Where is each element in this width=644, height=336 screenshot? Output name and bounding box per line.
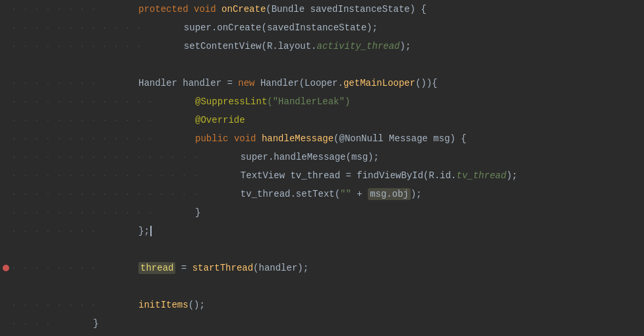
dots-3: · · · · · · · · · · · · <box>12 42 150 50</box>
dots-5: · · · · · · · · <box>12 79 105 87</box>
breakpoint-icon <box>3 265 9 271</box>
code-editor: · · · · · · · · protected void onCreate(… <box>0 0 644 336</box>
dots-18: · · · · <box>12 319 60 327</box>
dots-15: · · · · · · · · <box>12 264 105 272</box>
startthread-params: (handler); <box>253 263 308 273</box>
code-line-3: · · · · · · · · · · · · setContentView(R… <box>0 37 644 55</box>
assignment-op: = <box>175 263 192 273</box>
code-line-18: · · · · } <box>0 314 644 333</box>
layout-activity-thread: activity_thread <box>317 41 400 51</box>
close-brace-handler: }; <box>138 226 150 236</box>
dots-6: · · · · · · · · · · · · · <box>12 98 162 106</box>
text-cursor <box>150 226 152 236</box>
dots-2: · · · · · · · · · · · · <box>12 24 150 32</box>
code-line-13: · · · · · · · · }; <box>0 222 644 240</box>
setcontentview: setContentView(R.layout. <box>184 41 317 51</box>
method-startthread: startThread <box>192 263 253 273</box>
gutter-15 <box>0 265 12 271</box>
dots-7: · · · · · · · · · · · · · <box>12 116 162 124</box>
code-line-15: · · · · · · · · thread = startThread(han… <box>0 259 644 277</box>
svg-point-0 <box>3 265 9 271</box>
close-brace-oncreate: } <box>93 318 98 329</box>
dots-10: · · · · · · · · · · · · · · · · · <box>12 172 207 180</box>
content-18: } <box>60 296 644 336</box>
thread-highlight: thread <box>138 262 175 274</box>
dots-1: · · · · · · · · <box>12 5 105 13</box>
close-paren-3: ); <box>400 41 411 51</box>
dots-13: · · · · · · · · <box>12 227 105 235</box>
dots-8: · · · · · · · · · · · · · <box>12 135 162 143</box>
dots-9: · · · · · · · · · · · · · · · · · <box>12 153 207 161</box>
